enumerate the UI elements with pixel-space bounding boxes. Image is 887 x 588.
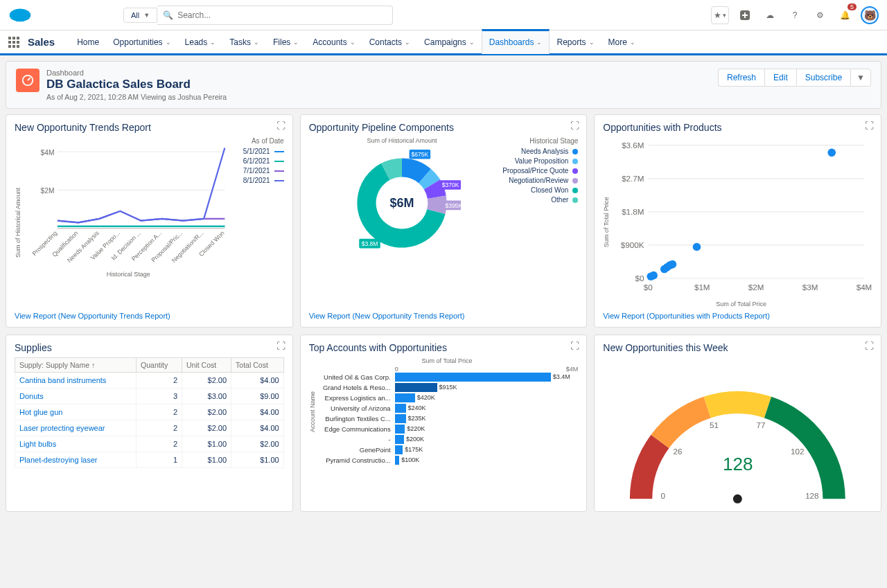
page-title: DB Galactica Sales Board [46,78,227,91]
bar-row: Pyramid Constructio... $100K [316,456,579,465]
bar-fill [395,404,406,413]
add-button[interactable] [736,6,754,24]
supply-name-link[interactable]: Planet-destroying laser [15,452,137,468]
legend-swatch [572,149,578,154]
legend-swatch [274,170,284,172]
view-report-link[interactable]: View Report (New Opportunity Trends Repo… [309,308,579,320]
global-header: All ▼ 🔍 ★▾ ☁ ? ⚙ 🔔 5 🐻 [0,0,887,30]
edit-button[interactable]: Edit [764,69,796,87]
bar-track: $915K [395,383,579,392]
legend-label: Proposal/Price Quote [502,167,568,175]
nav-label: Opportunities [113,37,162,47]
card-title: New Opportunities this Week [603,342,872,353]
cell: $3.00 [182,389,231,404]
nav-accounts[interactable]: Accounts⌄ [306,30,362,55]
svg-point-49 [828,149,836,157]
svg-text:$4M: $4M [857,283,872,292]
expand-icon[interactable]: ⛶ [570,121,579,131]
notifications-button[interactable]: 🔔 5 [836,6,854,24]
search-input[interactable] [177,10,387,20]
legend-label: Needs Analysis [521,148,568,155]
chevron-down-icon: ⌄ [210,39,216,46]
app-name: Sales [28,36,55,48]
nav-leads[interactable]: Leads⌄ [178,30,223,55]
bar-fill [395,456,400,465]
search-scope-button[interactable]: All ▼ [123,8,157,23]
table-header[interactable]: Supply: Supply Name ↑ [15,358,137,373]
bar-row: - $200K [316,435,579,444]
nav-label: Contacts [369,37,402,47]
svg-text:$370K: $370K [442,181,459,188]
donut-center-value: $6M [389,196,414,211]
bar-value: $420K [415,393,435,402]
line-chart: $2M$4MProspectingQualificationNeeds Anal… [27,137,230,269]
card-title: Supplies [15,342,284,353]
nav-reports[interactable]: Reports⌄ [550,30,601,55]
chevron-down-icon: ⌄ [254,39,259,46]
table-header[interactable]: Unit Cost [182,358,231,373]
view-report-link[interactable]: View Report (New Opportunity Trends Repo… [15,308,284,320]
table-header[interactable]: Quantity [137,358,182,373]
card-top-accounts: ⛶ Top Accounts with Opportunities Accoun… [300,335,588,512]
more-actions-button[interactable]: ▼ [850,69,871,87]
bar-fill [395,414,406,423]
legend-item: Closed Won [502,186,578,194]
card-supplies: ⛶ Supplies Supply: Supply Name ↑Quantity… [6,335,293,512]
bar-value: $100K [399,456,419,465]
chevron-down-icon: ⌄ [166,39,171,46]
y-axis-label: Sum of Historical Amount [15,137,21,308]
nav-opportunities[interactable]: Opportunities⌄ [106,30,177,55]
bar-fill [395,445,403,454]
expand-icon[interactable]: ⛶ [276,121,286,131]
nav-dashboards[interactable]: Dashboards⌄ [482,29,550,54]
supplies-table: Supply: Supply Name ↑QuantityUnit CostTo… [15,357,284,468]
nav-contacts[interactable]: Contacts⌄ [362,30,417,55]
nav-files[interactable]: Files⌄ [266,30,306,55]
supply-name-link[interactable]: Hot glue gun [15,404,137,420]
table-header[interactable]: Total Cost [231,358,284,373]
legend-item: 5/1/2021 [236,148,284,155]
supply-name-link[interactable]: Donuts [15,389,137,404]
nav-tasks[interactable]: Tasks⌄ [222,30,266,55]
search-box[interactable]: 🔍 [157,6,393,25]
legend-label: 7/1/2021 [243,167,270,175]
bar-label: - [316,436,391,443]
subscribe-button[interactable]: Subscribe [796,69,850,87]
salesforce-logo [8,7,32,24]
nav-label: Dashboards [489,37,534,47]
svg-text:0: 0 [661,491,666,500]
cell: $2.00 [231,436,284,452]
svg-text:102: 102 [791,447,804,456]
expand-icon[interactable]: ⛶ [276,341,286,351]
nav-more[interactable]: More⌄ [601,30,642,55]
app-launcher-icon[interactable] [8,37,19,48]
nav-home[interactable]: Home [70,30,106,55]
refresh-button[interactable]: Refresh [718,69,764,87]
svg-point-1 [11,10,19,17]
cell: 2 [137,436,182,452]
expand-icon[interactable]: ⛶ [865,121,874,131]
svg-text:$675K: $675K [412,151,429,158]
avatar[interactable]: 🐻 [861,6,879,24]
nav-label: Leads [185,37,208,47]
bar-value: $220K [405,425,425,434]
legend-swatch [274,151,284,152]
setup-cloud-icon[interactable]: ☁ [761,6,779,24]
bar-track: $235K [395,414,579,423]
favorites-button[interactable]: ★▾ [711,6,729,24]
gear-icon[interactable]: ⚙ [811,6,829,24]
supply-name-link[interactable]: Laser protecting eyewear [15,420,137,436]
supply-name-link[interactable]: Light bulbs [15,436,137,452]
bar-track: $240K [395,404,579,413]
view-report-link[interactable]: View Report (Opportunities with Products… [603,308,872,320]
expand-icon[interactable]: ⛶ [865,341,874,351]
chevron-down-icon: ⌄ [469,39,475,46]
legend-swatch [572,197,578,203]
legend-item: Negotiation/Review [502,177,578,184]
legend-swatch [572,178,578,184]
nav-campaigns[interactable]: Campaigns⌄ [417,30,482,55]
help-icon[interactable]: ? [786,6,804,24]
supply-name-link[interactable]: Cantina band instruments [15,373,137,389]
expand-icon[interactable]: ⛶ [570,341,579,351]
bar-row: United Oil & Gas Corp. $3.4M [316,373,579,382]
